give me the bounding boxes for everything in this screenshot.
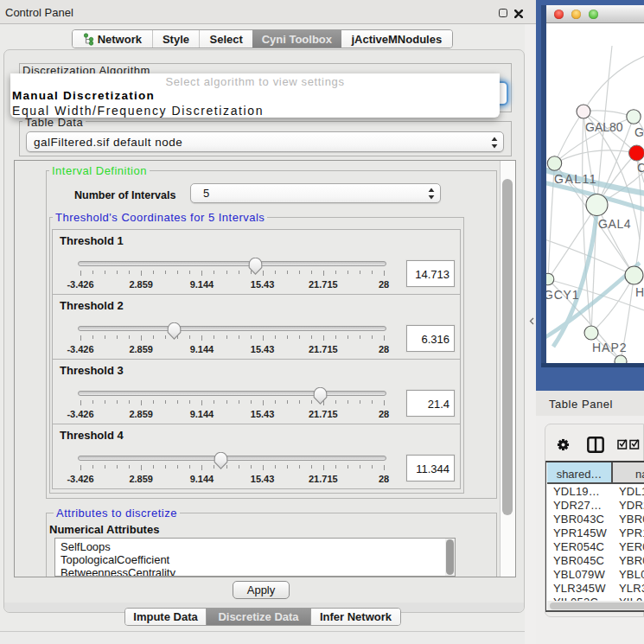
svg-text:GAL4: GAL4 bbox=[598, 217, 631, 231]
svg-text:GCY1: GCY1 bbox=[546, 288, 579, 302]
svg-text:GAL11: GAL11 bbox=[554, 172, 597, 186]
svg-text:H: H bbox=[635, 285, 644, 299]
svg-text:HAP2: HAP2 bbox=[592, 341, 628, 354]
svg-text:GA: GA bbox=[634, 125, 644, 139]
svg-text:C: C bbox=[637, 161, 644, 175]
svg-text:GAL80: GAL80 bbox=[585, 120, 623, 134]
